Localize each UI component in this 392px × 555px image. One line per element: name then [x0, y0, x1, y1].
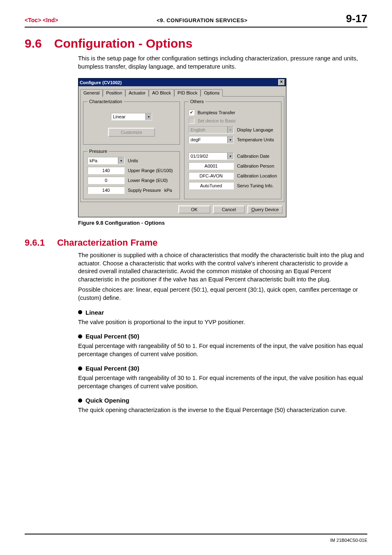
subsection-title: Characterization Frame — [57, 237, 158, 248]
dialog-tabs: General Position Actuator AO Block PID B… — [78, 86, 286, 96]
item-ep50-text: Equal percentage with rangeability of 50… — [78, 342, 367, 358]
tab-options[interactable]: Options — [201, 89, 223, 97]
language-label: Display Language — [237, 127, 273, 132]
dialog-title: Configure (CV1002) — [80, 80, 122, 85]
pressure-upper-input[interactable]: 140 — [88, 167, 125, 174]
subsection-p2: Possible choices are: linear, equal perc… — [78, 286, 367, 302]
footer-rule — [25, 534, 367, 534]
pressure-units-label: Units — [128, 158, 138, 163]
tempunits-label: Temperature Units — [237, 137, 274, 142]
others-frame: Others ✔ Bumpless Transfer Set device to… — [184, 99, 281, 199]
item-ep30-text: Equal percentage with rangeability of 30… — [78, 374, 367, 390]
bumpless-checkbox[interactable]: ✔ — [189, 110, 194, 115]
others-legend: Others — [189, 99, 205, 104]
calperson-label: Calibration Person — [237, 164, 274, 168]
customize-button: Customize — [108, 128, 155, 137]
chevron-down-icon — [145, 113, 152, 120]
tab-position[interactable]: Position — [103, 89, 125, 97]
header-left[interactable]: <Toc> <Ind> — [25, 17, 58, 23]
page-header: <Toc> <Ind> <9. CONFIGURATION SERVICES> … — [25, 12, 367, 28]
pressure-lower-input[interactable]: 0 — [88, 177, 125, 184]
item-quickopen-title: Quick Opening — [78, 397, 367, 404]
header-center: <9. CONFIGURATION SERVICES> — [157, 17, 247, 23]
characterization-frame: Characterization Linear Customize — [83, 99, 180, 145]
caldate-label: Calibration Date — [237, 154, 270, 159]
item-ep30-title: Equal Percent (30) — [78, 365, 367, 372]
subsection-number: 9.6.1 — [25, 237, 45, 248]
item-linear-text: The valve position is proportional to th… — [78, 318, 367, 327]
pressure-supply-unit: kPa — [164, 188, 172, 193]
pressure-upper-label: Upper Range (EU100) — [128, 168, 173, 173]
query-device-button[interactable]: Query Device — [247, 205, 283, 214]
pressure-supply-input[interactable]: 140 — [88, 187, 125, 194]
subsection-p1: The positioner is supplied with a choice… — [78, 251, 367, 283]
item-quickopen-text: The quick opening characterization is th… — [78, 406, 367, 415]
section-intro: This is the setup page for other configu… — [78, 55, 367, 71]
configure-dialog: Configure (CV1002) ✕ General Position Ac… — [78, 78, 286, 217]
close-icon[interactable]: ✕ — [278, 79, 285, 85]
tempunits-select[interactable]: degF — [189, 136, 234, 143]
item-linear-title: Linear — [78, 309, 367, 316]
header-pagenum: 9-17 — [346, 12, 367, 25]
dialog-titlebar[interactable]: Configure (CV1002) ✕ — [78, 78, 286, 86]
servo-label: Servo Tuning Info. — [237, 183, 274, 188]
section-number: 9.6 — [25, 37, 42, 50]
characterization-legend: Characterization — [88, 99, 124, 104]
ok-button[interactable]: OK — [178, 205, 210, 214]
servo-input[interactable]: AutoTuned — [189, 182, 234, 189]
pressure-units-select[interactable]: kPa — [88, 157, 125, 164]
bumpless-label: Bumpless Transfer — [198, 110, 235, 115]
subsection-heading: 9.6.1Characterization Frame — [25, 237, 367, 248]
pressure-frame: Pressure kPa Units 140 Upper Range (EU10… — [83, 149, 180, 199]
chevron-down-icon — [227, 153, 233, 159]
caldate-select[interactable]: 01/19/02 — [189, 152, 234, 160]
section-title: Configuration - Options — [54, 37, 193, 50]
item-ep50-title: Equal Percent (50) — [78, 333, 367, 340]
characterization-select[interactable]: Linear — [111, 113, 152, 120]
pressure-lower-label: Lower Range (EU0) — [128, 178, 168, 183]
calloc-input[interactable]: DFC-AVON — [189, 172, 234, 180]
language-select: English — [189, 126, 234, 134]
section-heading: 9.6Configuration - Options — [25, 37, 367, 51]
setbasic-checkbox — [189, 118, 194, 124]
pressure-legend: Pressure — [88, 149, 109, 154]
tab-actuator[interactable]: Actuator — [125, 89, 149, 97]
chevron-down-icon — [118, 157, 124, 164]
tab-ao-block[interactable]: AO Block — [149, 89, 174, 97]
tab-general[interactable]: General — [80, 89, 103, 97]
pressure-supply-label: Supply Pressure — [128, 188, 161, 193]
chevron-down-icon — [227, 136, 233, 143]
calloc-label: Calibration Location — [237, 173, 277, 178]
figure-caption: Figure 9.8 Configuration - Options — [78, 220, 367, 226]
tab-pid-block[interactable]: PID Block — [174, 89, 201, 97]
cancel-button[interactable]: Cancel — [213, 205, 245, 214]
calperson-input[interactable]: A0001 — [189, 162, 234, 170]
chevron-down-icon — [227, 127, 233, 133]
setbasic-label: Set device to Basic — [198, 118, 236, 123]
publication-code: IM 21B04C50-01E — [330, 538, 368, 543]
